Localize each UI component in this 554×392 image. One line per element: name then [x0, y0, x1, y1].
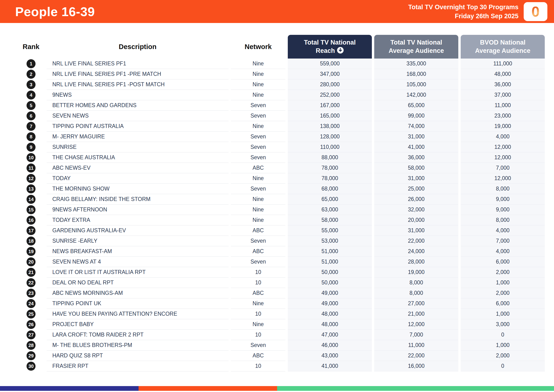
description-cell: SUNRISE: [47, 142, 229, 152]
rank-badge: 5: [27, 101, 35, 110]
bvod-avg-audience-cell: 36,000: [461, 79, 545, 90]
bvod-avg-audience-cell: 1,000: [461, 278, 545, 288]
description-cell: LARA CROFT: TOMB RAIDER 2 RPT: [47, 330, 229, 340]
table-row: 5 BETTER HOMES AND GARDENS Seven 167,000…: [18, 100, 545, 111]
rank-badge: 3: [27, 80, 35, 89]
total-tv-avg-audience-cell: 20,000: [374, 215, 458, 225]
table-row: 17 GARDENING AUSTRALIA-EV ABC 55,000 31,…: [18, 225, 545, 236]
rank-cell: 9: [18, 142, 44, 152]
page-header: People 16-39 Total TV Overnight Top 30 P…: [0, 0, 554, 23]
description-cell: PROJECT BABY: [47, 319, 229, 330]
total-tv-avg-audience-cell: 32,000: [374, 204, 458, 215]
total-tv-reach-cell: 280,000: [288, 79, 372, 90]
total-tv-reach-cell: 43,000: [288, 350, 372, 361]
bvod-avg-audience-cell: 23,000: [461, 111, 545, 121]
rank-badge: 23: [27, 289, 35, 298]
description-cell: THE MORNING SHOW: [47, 184, 229, 194]
table-row: 9 SUNRISE Seven 110,000 41,000 12,000: [18, 142, 545, 152]
total-tv-avg-audience-cell: 58,000: [374, 163, 458, 173]
rank-badge: 18: [27, 237, 35, 245]
network-cell: 10: [231, 330, 285, 340]
table-row: 16 TODAY EXTRA Nine 58,000 20,000 8,000: [18, 215, 545, 225]
col-header-bvod-avg-audience[interactable]: BVOD National Average Audience: [461, 35, 545, 59]
description-cell: SEVEN NEWS AT 4: [47, 257, 229, 267]
network-cell: Seven: [231, 100, 285, 111]
rank-badge: 4: [27, 91, 35, 99]
bvod-avg-audience-cell: 7,000: [461, 163, 545, 173]
col-header-rank: Rank: [18, 35, 44, 59]
total-tv-avg-audience-cell: 24,000: [374, 246, 458, 257]
rank-badge: 25: [27, 309, 35, 319]
table-row: 24 TIPPING POINT UK Nine 49,000 27,000 6…: [18, 298, 545, 309]
network-cell: 10: [231, 361, 285, 371]
oztam-logo: 0: [524, 2, 547, 21]
total-tv-reach-cell: 49,000: [288, 298, 372, 309]
rank-badge: 30: [27, 362, 35, 371]
bvod-avg-audience-cell: 8,000: [461, 184, 545, 194]
network-cell: 10: [231, 278, 285, 288]
description-cell: TODAY: [47, 173, 229, 184]
network-cell: Seven: [231, 152, 285, 163]
total-tv-avg-audience-cell: 74,000: [374, 121, 458, 132]
rank-cell: 18: [18, 236, 44, 246]
rank-cell: 8: [18, 132, 44, 142]
bvod-avg-audience-cell: 2,000: [461, 267, 545, 278]
network-cell: Seven: [231, 142, 285, 152]
total-tv-avg-audience-cell: 27,000: [374, 298, 458, 309]
total-tv-avg-audience-cell: 41,000: [374, 142, 458, 152]
total-tv-avg-audience-cell: 335,000: [374, 59, 458, 69]
footer-segment-blue: [0, 386, 138, 391]
col-header-bvod-avg-audience-label: BVOD National Average Audience: [475, 38, 531, 55]
network-cell: Seven: [231, 236, 285, 246]
footer-segment-orange: [138, 386, 277, 391]
network-cell: Nine: [231, 90, 285, 100]
rank-badge: 22: [27, 278, 35, 287]
col-header-total-tv-avg-audience[interactable]: Total TV National Average Audience: [374, 35, 458, 59]
top-programs-table: Rank Description Network Total TV Nation…: [18, 35, 545, 371]
rank-badge: 11: [27, 163, 35, 173]
network-cell: Nine: [231, 69, 285, 79]
bvod-avg-audience-cell: 3,000: [461, 319, 545, 330]
bvod-avg-audience-cell: 2,000: [461, 288, 545, 298]
table-row: 8 M- JERRY MAGUIRE Seven 128,000 31,000 …: [18, 132, 545, 142]
bvod-avg-audience-cell: 9,000: [461, 204, 545, 215]
rank-badge: 6: [27, 111, 35, 120]
bvod-avg-audience-cell: 1,000: [461, 340, 545, 350]
network-cell: Nine: [231, 79, 285, 90]
rank-badge: 21: [27, 268, 35, 277]
rank-cell: 28: [18, 340, 44, 350]
network-cell: Nine: [231, 173, 285, 184]
total-tv-reach-cell: 50,000: [288, 267, 372, 278]
rank-cell: 6: [18, 111, 44, 121]
total-tv-avg-audience-cell: 31,000: [374, 173, 458, 184]
total-tv-reach-cell: 63,000: [288, 204, 372, 215]
bvod-avg-audience-cell: 48,000: [461, 69, 545, 79]
description-cell: 9NEWS: [47, 90, 229, 100]
total-tv-avg-audience-cell: 22,000: [374, 236, 458, 246]
total-tv-reach-cell: 128,000: [288, 132, 372, 142]
rank-cell: 21: [18, 267, 44, 278]
total-tv-reach-cell: 65,000: [288, 194, 372, 204]
rank-badge: 26: [27, 320, 35, 329]
rank-badge: 9: [27, 143, 35, 152]
col-header-description: Description: [47, 35, 229, 59]
network-cell: Seven: [231, 132, 285, 142]
bvod-avg-audience-cell: 7,000: [461, 236, 545, 246]
table-row: 19 NEWS BREAKFAST-AM ABC 51,000 24,000 4…: [18, 246, 545, 257]
rank-badge: 28: [27, 341, 35, 350]
table-body: 1 NRL LIVE FINAL SERIES PF1 Nine 559,000…: [18, 59, 545, 371]
table-row: 11 ABC NEWS-EV ABC 78,000 58,000 7,000: [18, 163, 545, 173]
rank-badge: 16: [27, 216, 35, 225]
table-row: 29 HARD QUIZ S8 RPT ABC 43,000 22,000 2,…: [18, 350, 545, 361]
bvod-avg-audience-cell: 11,000: [461, 100, 545, 111]
sort-descending-icon[interactable]: [337, 47, 344, 54]
total-tv-avg-audience-cell: 31,000: [374, 225, 458, 236]
bvod-avg-audience-cell: 4,000: [461, 246, 545, 257]
description-cell: DEAL OR NO DEAL RPT: [47, 278, 229, 288]
total-tv-reach-cell: 48,000: [288, 309, 372, 319]
bvod-avg-audience-cell: 6,000: [461, 257, 545, 267]
footer-color-bar: [0, 386, 554, 391]
col-header-total-tv-reach[interactable]: Total TV National Reach: [288, 35, 372, 59]
col-header-total-tv-reach-label: Total TV National Reach: [304, 38, 356, 55]
total-tv-avg-audience-cell: 105,000: [374, 79, 458, 90]
